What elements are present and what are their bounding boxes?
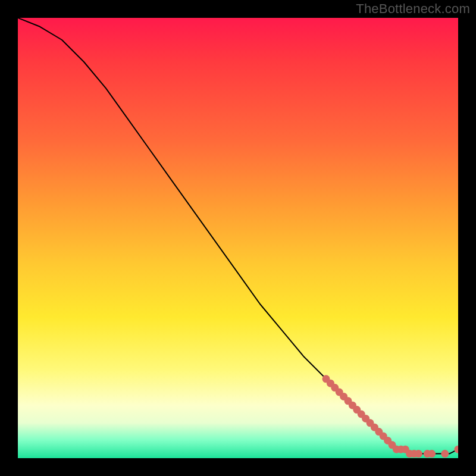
- chart-frame: TheBottleneck.com: [0, 0, 476, 476]
- scatter-dot: [415, 450, 422, 458]
- scatter-dot: [441, 450, 449, 458]
- scatter-dot: [455, 446, 459, 453]
- scatter-dots-overlay: [322, 375, 459, 458]
- main-curve-overlay: [18, 18, 458, 454]
- curve-overlay: [18, 18, 458, 458]
- scatter-dot: [428, 450, 436, 458]
- watermark-text: TheBottleneck.com: [356, 1, 470, 17]
- plot-area: [18, 18, 458, 458]
